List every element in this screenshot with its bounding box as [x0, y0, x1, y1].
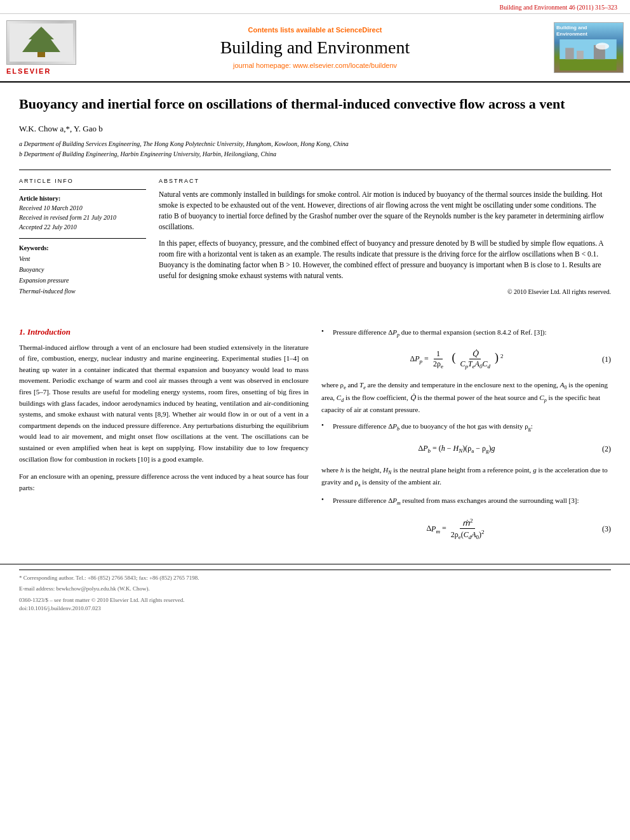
elsevier-image [6, 20, 76, 65]
bullet-item-2: • Pressure difference ΔPb due to buoyanc… [321, 421, 611, 433]
article-footer: * Corresponding author. Tel.: +86 (852) … [0, 564, 630, 621]
equation-1-number: (1) [592, 355, 611, 364]
svg-rect-2 [37, 52, 45, 57]
equation-2-content: ΔPb = (h − HN)(ρa − ρg)g [321, 443, 592, 454]
equation-3-number: (3) [592, 524, 611, 534]
affiliations: a Department of Building Services Engine… [19, 139, 611, 159]
equation-1-note: where ρe and Te are the density and temp… [321, 380, 611, 415]
section1-heading: 1. Introduction [19, 327, 309, 337]
equations-column: • Pressure difference ΔPp due to thermal… [321, 327, 611, 551]
journal-center-info: Contents lists available at ScienceDirec… [76, 26, 554, 69]
abstract-column: ABSTRACT Natural vents are commonly inst… [159, 178, 611, 302]
journal-title: Building and Environment [76, 37, 554, 58]
equation-1-content: ΔPp = 1 2ρe ( Q̇ CpTeA0Cd ) 2 [321, 349, 592, 370]
bullet-text-2: Pressure difference ΔPb due to buoyancy … [333, 421, 611, 433]
journal-ref-text: Building and Environment 46 (2011) 315–3… [500, 4, 617, 11]
equation-2-number: (2) [592, 444, 611, 454]
article-history-block: Article history: Received 10 March 2010 … [19, 189, 146, 232]
svg-rect-5 [560, 59, 616, 70]
article-title: Buoyancy and inertial force on oscillati… [19, 95, 611, 114]
bullet-dot-3: • [321, 495, 329, 507]
journal-homepage: journal homepage: www.elsevier.com/locat… [76, 62, 554, 69]
authors-line: W.K. Chow a,*, Y. Gao b [19, 124, 611, 134]
svg-rect-7 [577, 51, 584, 59]
equation-2-block: ΔPb = (h − HN)(ρa − ρg)g (2) [321, 441, 611, 457]
equation-1-block: ΔPp = 1 2ρe ( Q̇ CpTeA0Cd ) 2 (1) [321, 347, 611, 373]
bullet-item-3: • Pressure difference ΔPm resulted from … [321, 495, 611, 507]
article-body: Buoyancy and inertial force on oscillati… [0, 83, 630, 314]
footnote-corresponding: * Corresponding author. Tel.: +86 (852) … [19, 574, 611, 583]
equation-2-note: where h is the height, HN is the neutral… [321, 465, 611, 489]
keywords-block: Keywords: Vent Buoyancy Expansion pressu… [19, 238, 146, 297]
info-abstract-columns: ARTICLE INFO Article history: Received 1… [19, 170, 611, 302]
elsevier-brand-text: ELSEVIER [6, 67, 76, 75]
main-content: 1. Introduction Thermal-induced airflow … [0, 314, 630, 564]
article-info-label: ARTICLE INFO [19, 178, 146, 184]
cover-label-text: Building andEnvironment [556, 25, 587, 38]
svg-rect-6 [565, 48, 573, 59]
bullet-text-1: Pressure difference ΔPp due to thermal e… [333, 327, 611, 339]
science-direct-label: Contents lists available at ScienceDirec… [76, 26, 554, 34]
journal-header: ELSEVIER Contents lists available at Sci… [0, 14, 630, 83]
bullet-text-3: Pressure difference ΔPm resulted from ma… [333, 495, 611, 507]
abstract-label: ABSTRACT [159, 178, 611, 184]
issn-line: 0360-1323/$ – see front matter © 2010 El… [19, 596, 611, 613]
journal-reference: Building and Environment 46 (2011) 315–3… [0, 0, 630, 14]
intro-paragraph2: For an enclosure with an opening, pressu… [19, 471, 309, 493]
journal-cover-image: Building andEnvironment [554, 22, 624, 73]
elsevier-logo-block: ELSEVIER [6, 20, 76, 75]
article-info-column: ARTICLE INFO Article history: Received 1… [19, 178, 146, 302]
introduction-column: 1. Introduction Thermal-induced airflow … [19, 327, 309, 551]
footnote-email: E-mail address: bewkchow@polyu.edu.hk (W… [19, 585, 611, 594]
bullet-item-1: • Pressure difference ΔPp due to thermal… [321, 327, 611, 339]
bullet-dot-2: • [321, 421, 329, 433]
svg-point-3 [38, 28, 44, 34]
bullet-dot-1: • [321, 327, 329, 339]
abstract-text: Natural vents are commonly installed in … [159, 189, 611, 297]
intro-paragraph1: Thermal-induced airflow through a vent o… [19, 342, 309, 465]
equation-3-block: ΔPm = ṁ2 2ρe(CdA0)2 (3) [321, 515, 611, 543]
svg-point-9 [596, 43, 609, 50]
equation-3-content: ΔPm = ṁ2 2ρe(CdA0)2 [321, 517, 592, 540]
